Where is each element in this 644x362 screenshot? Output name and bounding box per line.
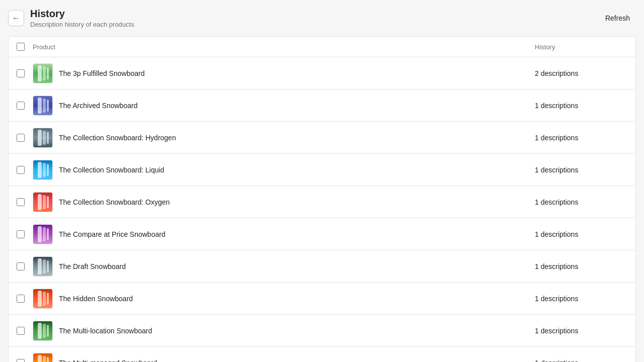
svg-rect-29 (47, 357, 49, 363)
row-checkbox-cell (9, 198, 33, 206)
product-image-icon (34, 354, 52, 363)
svg-rect-26 (47, 325, 49, 337)
table-row: The Collection Snowboard: Hydrogen 1 des… (9, 122, 635, 154)
svg-rect-10 (43, 163, 46, 177)
svg-rect-9 (38, 162, 42, 178)
select-all-checkbox[interactable] (17, 43, 25, 51)
table-row: The Collection Snowboard: Liquid 1 descr… (9, 154, 635, 186)
svg-rect-2 (47, 67, 49, 79)
page-header: ← History Description history of each pr… (8, 8, 636, 28)
product-image-icon (34, 290, 52, 308)
row-checkbox-6[interactable] (17, 230, 25, 238)
row-history-cell: 1 descriptions (535, 295, 635, 303)
product-image-icon (34, 64, 52, 82)
product-thumbnail (33, 321, 53, 341)
product-name: The Draft Snowboard (59, 262, 126, 270)
svg-rect-27 (38, 355, 42, 363)
row-history-cell: 2 descriptions (535, 69, 635, 77)
svg-rect-12 (38, 194, 42, 210)
row-checkbox-5[interactable] (17, 198, 25, 206)
product-image-icon (34, 97, 52, 115)
row-checkbox-1[interactable] (17, 69, 25, 77)
svg-rect-19 (43, 259, 46, 274)
product-image-icon (34, 161, 52, 179)
row-product-cell: The 3p Fulfilled Snowboard (33, 58, 535, 88)
table-row: The Multi-location Snowboard 1 descripti… (9, 315, 635, 347)
row-checkbox-cell (9, 230, 33, 238)
column-header-product: Product (33, 43, 535, 51)
table-row: The Collection Snowboard: Oxygen 1 descr… (9, 186, 635, 218)
refresh-button[interactable]: Refresh (599, 10, 636, 26)
svg-rect-22 (43, 292, 46, 306)
product-image-icon (34, 129, 52, 147)
product-thumbnail (33, 160, 53, 180)
row-checkbox-cell (9, 327, 33, 335)
row-checkbox-cell (9, 295, 33, 303)
product-thumbnail (33, 63, 53, 83)
svg-rect-24 (38, 323, 42, 339)
product-name: The 3p Fulfilled Snowboard (59, 69, 144, 77)
row-checkbox-cell (9, 102, 33, 110)
svg-rect-13 (43, 195, 46, 209)
product-name: The Collection Snowboard: Hydrogen (59, 134, 176, 142)
svg-rect-0 (38, 65, 42, 81)
row-history-cell: 1 descriptions (535, 327, 635, 335)
products-table: Product History The 3p Fulfilled Snowboa… (8, 36, 636, 362)
row-history-cell: 1 descriptions (535, 166, 635, 174)
product-name: The Archived Snowboard (59, 102, 137, 110)
product-image-icon (34, 193, 52, 211)
svg-rect-4 (43, 99, 46, 113)
product-thumbnail (33, 128, 53, 148)
svg-rect-23 (47, 293, 49, 305)
svg-rect-15 (38, 226, 42, 242)
product-name: The Collection Snowboard: Oxygen (59, 198, 170, 206)
row-product-cell: The Multi-managed Snowboard (33, 348, 535, 363)
svg-rect-17 (47, 228, 49, 240)
svg-rect-11 (47, 164, 49, 176)
row-checkbox-4[interactable] (17, 166, 25, 174)
row-checkbox-8[interactable] (17, 295, 25, 303)
row-checkbox-cell (9, 69, 33, 77)
svg-rect-3 (38, 98, 42, 114)
product-thumbnail (33, 96, 53, 116)
svg-rect-18 (38, 258, 42, 275)
row-history-cell: 1 descriptions (535, 102, 635, 110)
row-product-cell: The Collection Snowboard: Liquid (33, 155, 535, 185)
table-row: The Multi-managed Snowboard 1 descriptio… (9, 347, 635, 362)
table-row: The Compare at Price Snowboard 1 descrip… (9, 218, 635, 250)
row-product-cell: The Draft Snowboard (33, 251, 535, 282)
svg-rect-21 (38, 291, 42, 307)
table-row: The Hidden Snowboard 1 descriptions (9, 283, 635, 315)
product-thumbnail (33, 353, 53, 363)
row-checkbox-cell (9, 166, 33, 174)
svg-rect-25 (43, 324, 46, 338)
row-checkbox-3[interactable] (17, 134, 25, 142)
row-history-cell: 1 descriptions (535, 134, 635, 142)
row-checkbox-cell (9, 262, 33, 270)
svg-rect-6 (38, 130, 42, 146)
page-title: History (30, 8, 134, 20)
row-product-cell: The Multi-location Snowboard (33, 316, 535, 346)
column-header-history: History (535, 43, 635, 51)
svg-rect-8 (47, 132, 49, 144)
row-history-cell: 1 descriptions (535, 262, 635, 270)
svg-rect-16 (43, 227, 46, 241)
page-container: ← History Description history of each pr… (0, 0, 644, 362)
row-checkbox-7[interactable] (17, 262, 25, 270)
header-checkbox-cell (9, 43, 33, 51)
row-product-cell: The Hidden Snowboard (33, 284, 535, 314)
row-checkbox-10[interactable] (17, 359, 25, 363)
row-checkbox-9[interactable] (17, 327, 25, 335)
svg-rect-5 (47, 100, 49, 112)
product-name: The Compare at Price Snowboard (59, 230, 166, 238)
table-row: The Draft Snowboard 1 descriptions (9, 250, 635, 283)
back-button[interactable]: ← (8, 10, 24, 26)
row-checkbox-cell (9, 134, 33, 142)
row-checkbox-2[interactable] (17, 102, 25, 110)
svg-rect-7 (43, 131, 46, 145)
product-thumbnail (33, 256, 53, 277)
product-thumbnail (33, 289, 53, 309)
row-history-cell: 1 descriptions (535, 359, 635, 363)
row-history-cell: 1 descriptions (535, 230, 635, 238)
svg-rect-14 (47, 196, 49, 208)
